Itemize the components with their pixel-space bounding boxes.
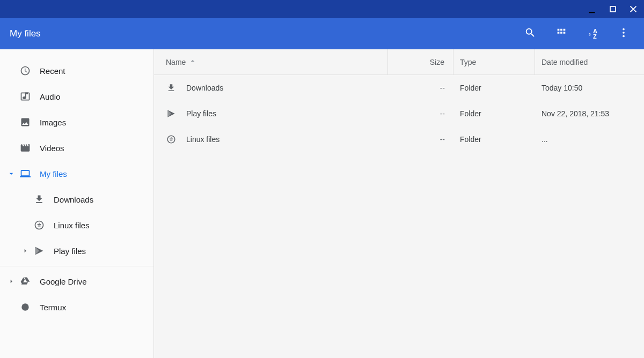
file-name-cell: Linux files [154, 126, 388, 152]
file-name-label: Play files [186, 109, 216, 118]
sidebar-item-label: Videos [40, 144, 64, 153]
video-icon [19, 142, 31, 154]
view-grid-button[interactable] [554, 26, 569, 41]
sidebar-divider [0, 266, 153, 266]
file-size-cell: -- [388, 75, 453, 101]
sidebar-item-label: Images [40, 118, 66, 127]
sidebar: RecentAudioImagesVideosMy filesDownloads… [0, 49, 154, 358]
page-title: My files [10, 28, 523, 39]
search-button[interactable] [523, 26, 538, 41]
column-header-name[interactable]: Name [154, 49, 388, 74]
linux-icon [166, 134, 177, 145]
file-type-cell: Folder [453, 126, 535, 152]
file-name-cell: Downloads [154, 75, 388, 101]
chevron-right-icon[interactable] [6, 277, 16, 286]
image-icon [19, 116, 31, 128]
column-header-type[interactable]: Type [453, 49, 535, 74]
sidebar-item-label: Audio [40, 92, 60, 101]
sidebar-item-videos[interactable]: Videos [0, 135, 153, 161]
file-size-cell: -- [388, 126, 453, 152]
column-date-label: Date modified [541, 58, 588, 66]
file-name-cell: Play files [154, 101, 388, 126]
file-table-header: Name Size Type Date modified [154, 49, 644, 75]
column-header-date[interactable]: Date modified [535, 49, 644, 74]
grid-icon [555, 27, 567, 41]
window-close-button[interactable] [628, 4, 639, 14]
laptop-icon [19, 168, 31, 180]
file-size-cell: -- [388, 101, 453, 126]
file-type-cell: Folder [453, 101, 535, 126]
file-date-cell: ... [535, 126, 644, 152]
download-icon [166, 83, 177, 93]
file-name-label: Linux files [186, 135, 219, 144]
chevron-down-icon[interactable] [6, 169, 16, 178]
window-minimize-button[interactable] [587, 4, 598, 14]
sidebar-item-downloads[interactable]: Downloads [0, 187, 153, 212]
window-titlebar [0, 0, 644, 18]
sidebar-item-google-drive[interactable]: Google Drive [0, 268, 153, 294]
sidebar-item-termux[interactable]: Termux [0, 294, 153, 320]
sidebar-item-linux-files[interactable]: Linux files [0, 212, 153, 238]
sidebar-item-recent[interactable]: Recent [0, 58, 153, 84]
window-maximize-button[interactable] [608, 4, 618, 14]
chevron-right-icon[interactable] [20, 246, 30, 256]
file-date-cell: Today 10:50 [535, 75, 644, 101]
file-row[interactable]: Play files--FolderNov 22, 2018, 21:53 [154, 101, 644, 126]
app-toolbar: My files AZ [0, 18, 644, 49]
drive-icon [19, 275, 31, 287]
linux-icon [33, 219, 45, 231]
file-date-cell: Nov 22, 2018, 21:53 [535, 101, 644, 126]
file-row[interactable]: Linux files--Folder... [154, 126, 644, 152]
sidebar-item-label: Termux [40, 303, 66, 312]
sidebar-item-label: Recent [40, 66, 65, 76]
sort-button[interactable]: AZ [585, 26, 600, 41]
sidebar-item-label: Google Drive [40, 277, 87, 286]
sidebar-item-label: Play files [54, 247, 86, 256]
sidebar-item-label: My files [40, 169, 67, 178]
column-size-label: Size [430, 58, 444, 66]
sidebar-item-audio[interactable]: Audio [0, 84, 153, 109]
sidebar-item-label: Linux files [54, 221, 90, 230]
more-vert-icon [618, 27, 630, 41]
play-icon [33, 245, 45, 257]
more-options-button[interactable] [616, 26, 631, 41]
sort-az-icon: AZ [587, 28, 598, 39]
clock-icon [19, 65, 31, 77]
file-type-cell: Folder [453, 75, 535, 101]
audio-icon [19, 91, 31, 102]
column-header-size[interactable]: Size [388, 49, 453, 74]
file-list-panel: Name Size Type Date modified Downloads--… [154, 49, 644, 358]
search-icon [524, 27, 536, 41]
termux-icon [19, 301, 31, 313]
download-icon [33, 193, 45, 205]
sidebar-item-play-files[interactable]: Play files [0, 238, 153, 264]
sidebar-item-images[interactable]: Images [0, 109, 153, 135]
file-row[interactable]: Downloads--FolderToday 10:50 [154, 75, 644, 101]
sidebar-item-label: Downloads [54, 195, 93, 204]
file-name-label: Downloads [186, 84, 223, 92]
play-icon [166, 108, 177, 119]
sidebar-item-my-files[interactable]: My files [0, 161, 153, 187]
column-name-label: Name [166, 58, 186, 66]
column-type-label: Type [460, 58, 476, 66]
sort-asc-icon [189, 57, 196, 66]
